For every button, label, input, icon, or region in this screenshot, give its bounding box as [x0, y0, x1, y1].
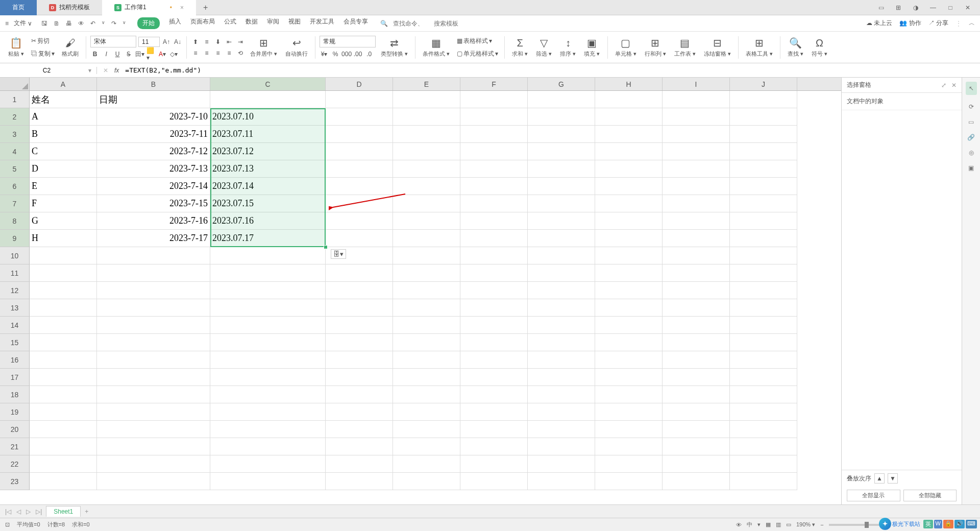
cell-J13[interactable]: [730, 299, 797, 317]
cell-B23[interactable]: [97, 473, 210, 490]
cell-I4[interactable]: [663, 143, 730, 160]
cell-H5[interactable]: [595, 160, 663, 178]
cell-C5[interactable]: 2023.07.13: [210, 160, 326, 178]
cell-D15[interactable]: [326, 334, 393, 351]
cell-B5[interactable]: 2023-7-13: [97, 160, 210, 178]
cell-A10[interactable]: [30, 247, 97, 264]
cell-J20[interactable]: [730, 421, 797, 438]
cell-B1[interactable]: 日期: [97, 91, 210, 108]
row-header-12[interactable]: 12: [0, 282, 30, 299]
cell-A19[interactable]: [30, 403, 97, 421]
sum-button[interactable]: Σ求和 ▾: [509, 32, 531, 63]
cell-D4[interactable]: [326, 143, 393, 160]
view-break-icon[interactable]: ▭: [786, 521, 791, 528]
tab-home[interactable]: 首页: [0, 0, 37, 15]
clear-format-icon[interactable]: ◇▾: [169, 50, 178, 59]
cell-E23[interactable]: [393, 473, 460, 490]
cell-F21[interactable]: [460, 438, 528, 455]
cell-A6[interactable]: E: [30, 178, 97, 195]
border-icon[interactable]: 田▾: [135, 50, 144, 59]
chevron-down-icon[interactable]: ▾: [88, 67, 91, 74]
increase-font-icon[interactable]: A↑: [162, 37, 171, 46]
cell-I15[interactable]: [663, 334, 730, 351]
cell-B22[interactable]: [97, 455, 210, 473]
fx-icon[interactable]: fx: [114, 67, 119, 74]
cell-E18[interactable]: [393, 386, 460, 403]
cell-C14[interactable]: [210, 317, 326, 334]
collapse-ribbon-icon[interactable]: ︿: [969, 19, 975, 28]
cell-D22[interactable]: [326, 455, 393, 473]
cell-E20[interactable]: [393, 421, 460, 438]
cell-G15[interactable]: [528, 334, 595, 351]
cell-F9[interactable]: [460, 230, 528, 247]
font-color-icon[interactable]: A▾: [158, 50, 167, 59]
cell-J15[interactable]: [730, 334, 797, 351]
col-header-H[interactable]: H: [595, 78, 663, 90]
row-header-17[interactable]: 17: [0, 369, 30, 386]
cell-A22[interactable]: [30, 455, 97, 473]
style-tool-icon[interactable]: ⟳: [969, 103, 974, 110]
row-header-3[interactable]: 3: [0, 126, 30, 143]
col-header-B[interactable]: B: [97, 78, 210, 90]
cell-J22[interactable]: [730, 455, 797, 473]
tab-add-button[interactable]: +: [196, 3, 215, 12]
cell-D9[interactable]: [326, 230, 393, 247]
cell-E19[interactable]: [393, 403, 460, 421]
table-style-button[interactable]: ▦ 表格样式 ▾: [455, 36, 500, 46]
row-header-22[interactable]: 22: [0, 455, 30, 473]
cell-B19[interactable]: [97, 403, 210, 421]
row-header-11[interactable]: 11: [0, 264, 30, 282]
col-header-F[interactable]: F: [460, 78, 528, 90]
underline-icon[interactable]: U: [113, 50, 122, 59]
save-icon[interactable]: 🖫: [41, 20, 47, 27]
cell-E15[interactable]: [393, 334, 460, 351]
align-right-icon[interactable]: ≡: [213, 49, 223, 58]
cell-F5[interactable]: [460, 160, 528, 178]
cell-H18[interactable]: [595, 386, 663, 403]
cell-I11[interactable]: [663, 264, 730, 282]
row-header-19[interactable]: 19: [0, 403, 30, 421]
cell-I6[interactable]: [663, 178, 730, 195]
wrap-text-button[interactable]: ↩ 自动换行: [282, 32, 311, 63]
cell-A4[interactable]: C: [30, 143, 97, 160]
find-button[interactable]: 🔍查找 ▾: [785, 32, 806, 63]
cell-C16[interactable]: [210, 351, 326, 369]
layout-icon[interactable]: ▭: [876, 4, 886, 11]
cell-D18[interactable]: [326, 386, 393, 403]
cell-J21[interactable]: [730, 438, 797, 455]
minimize-icon[interactable]: —: [928, 4, 938, 11]
cell-C21[interactable]: [210, 438, 326, 455]
cell-D2[interactable]: [326, 108, 393, 126]
cell-E1[interactable]: [393, 91, 460, 108]
row-header-16[interactable]: 16: [0, 351, 30, 369]
cell-A18[interactable]: [30, 386, 97, 403]
cell-E21[interactable]: [393, 438, 460, 455]
cell-J7[interactable]: [730, 195, 797, 212]
cell-G20[interactable]: [528, 421, 595, 438]
cell-E5[interactable]: [393, 160, 460, 178]
cell-style-button[interactable]: ▢ 单元格样式 ▾: [455, 49, 500, 59]
cell-J18[interactable]: [730, 386, 797, 403]
cell-B6[interactable]: 2023-7-14: [97, 178, 210, 195]
layout-tool-icon[interactable]: ▭: [968, 118, 974, 126]
cell-A20[interactable]: [30, 421, 97, 438]
cell-J9[interactable]: [730, 230, 797, 247]
cell-C2[interactable]: 2023.07.10: [210, 108, 326, 126]
cell-E2[interactable]: [393, 108, 460, 126]
cell-I17[interactable]: [663, 369, 730, 386]
cell-D21[interactable]: [326, 438, 393, 455]
cell-J11[interactable]: [730, 264, 797, 282]
font-size-select[interactable]: 11: [138, 37, 160, 47]
row-header-13[interactable]: 13: [0, 299, 30, 317]
cell-J3[interactable]: [730, 126, 797, 143]
row-header-4[interactable]: 4: [0, 143, 30, 160]
col-header-D[interactable]: D: [326, 78, 393, 90]
cell-A11[interactable]: [30, 264, 97, 282]
cell-J8[interactable]: [730, 212, 797, 230]
fill-color-icon[interactable]: 🟨▾: [146, 50, 156, 59]
percent-icon[interactable]: %: [331, 50, 340, 59]
cell-B8[interactable]: 2023-7-16: [97, 212, 210, 230]
cell-E9[interactable]: [393, 230, 460, 247]
currency-icon[interactable]: ¥▾: [320, 50, 329, 59]
share-button[interactable]: ↗ 分享: [928, 19, 948, 28]
